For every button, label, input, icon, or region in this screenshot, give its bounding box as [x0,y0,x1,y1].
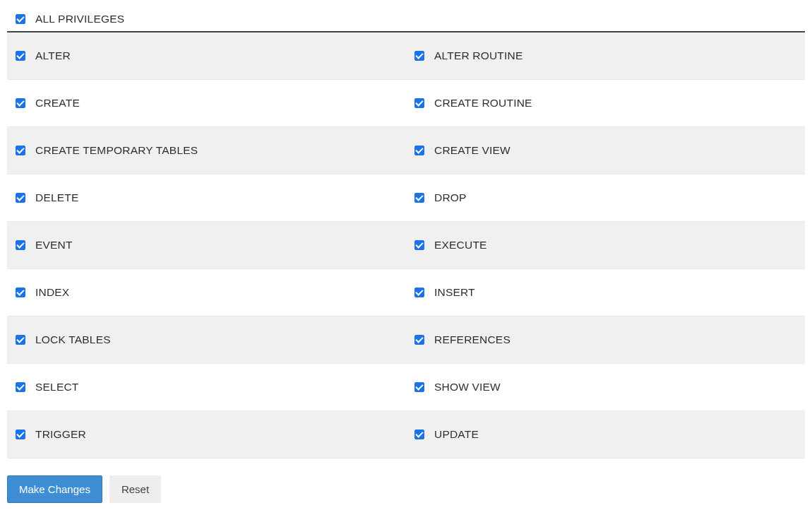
privilege-checkbox-index[interactable] [16,288,25,297]
privilege-label: CREATE [35,97,80,109]
privilege-cell: SELECT [7,364,406,410]
button-row: Make Changes Reset [7,475,805,503]
all-privileges-row: ALL PRIVILEGES [7,7,805,32]
privilege-label: CREATE VIEW [434,144,511,157]
privilege-cell: UPDATE [406,411,805,458]
privilege-cell: LOCK TABLES [7,316,406,363]
reset-button[interactable]: Reset [109,475,161,503]
privilege-label: INSERT [434,286,475,299]
privilege-checkbox-event[interactable] [16,240,25,250]
privilege-cell: DROP [406,174,805,221]
privilege-checkbox-references[interactable] [414,335,424,345]
privilege-cell: CREATE VIEW [406,127,805,174]
make-changes-button[interactable]: Make Changes [7,475,102,503]
privilege-cell: ALTER [7,32,406,79]
privilege-checkbox-update[interactable] [414,430,424,439]
privilege-label: SELECT [35,381,79,393]
privilege-cell: DELETE [7,174,406,221]
privilege-cell: INDEX [7,269,406,316]
privilege-cell: TRIGGER [7,411,406,458]
privilege-row: LOCK TABLESREFERENCES [7,316,805,364]
privilege-label: DELETE [35,191,79,204]
privilege-row: INDEXINSERT [7,269,805,316]
privilege-checkbox-create-temporary-tables[interactable] [16,146,25,155]
privilege-checkbox-create[interactable] [16,98,25,108]
privilege-label: INDEX [35,286,69,299]
privilege-checkbox-select[interactable] [16,382,25,392]
privilege-checkbox-insert[interactable] [414,288,424,297]
privilege-row: TRIGGERUPDATE [7,411,805,458]
privileges-table: ALTERALTER ROUTINECREATECREATE ROUTINECR… [7,32,805,458]
privilege-label: REFERENCES [434,333,511,346]
privilege-cell: REFERENCES [406,316,805,363]
privilege-label: UPDATE [434,428,479,441]
privilege-row: DELETEDROP [7,174,805,222]
privilege-cell: EVENT [7,222,406,268]
privilege-label: EVENT [35,239,73,251]
privilege-cell: EXECUTE [406,222,805,268]
privilege-checkbox-alter-routine[interactable] [414,51,424,61]
privilege-checkbox-create-routine[interactable] [414,98,424,108]
privilege-checkbox-execute[interactable] [414,240,424,250]
privilege-cell: SHOW VIEW [406,364,805,410]
privilege-cell: CREATE [7,80,406,126]
privilege-label: SHOW VIEW [434,381,501,393]
privilege-label: TRIGGER [35,428,86,441]
privilege-label: DROP [434,191,467,204]
privilege-cell: INSERT [406,269,805,316]
privilege-row: EVENTEXECUTE [7,222,805,269]
privilege-cell: ALTER ROUTINE [406,32,805,79]
privilege-label: LOCK TABLES [35,333,111,346]
privilege-label: ALTER [35,49,71,62]
privilege-checkbox-create-view[interactable] [414,146,424,155]
privilege-label: EXECUTE [434,239,487,251]
privilege-row: CREATECREATE ROUTINE [7,80,805,127]
privilege-row: ALTERALTER ROUTINE [7,32,805,80]
all-privileges-checkbox[interactable] [16,14,25,24]
privilege-checkbox-trigger[interactable] [16,430,25,439]
all-privileges-label: ALL PRIVILEGES [35,13,124,25]
privilege-label: ALTER ROUTINE [434,49,523,62]
privilege-label: CREATE TEMPORARY TABLES [35,144,198,157]
privilege-row: CREATE TEMPORARY TABLESCREATE VIEW [7,127,805,174]
privilege-checkbox-show-view[interactable] [414,382,424,392]
privilege-row: SELECTSHOW VIEW [7,364,805,411]
privilege-checkbox-lock-tables[interactable] [16,335,25,345]
privilege-cell: CREATE ROUTINE [406,80,805,126]
privilege-checkbox-alter[interactable] [16,51,25,61]
privilege-checkbox-delete[interactable] [16,193,25,203]
privilege-cell: CREATE TEMPORARY TABLES [7,127,406,174]
privilege-label: CREATE ROUTINE [434,97,532,109]
privilege-checkbox-drop[interactable] [414,193,424,203]
